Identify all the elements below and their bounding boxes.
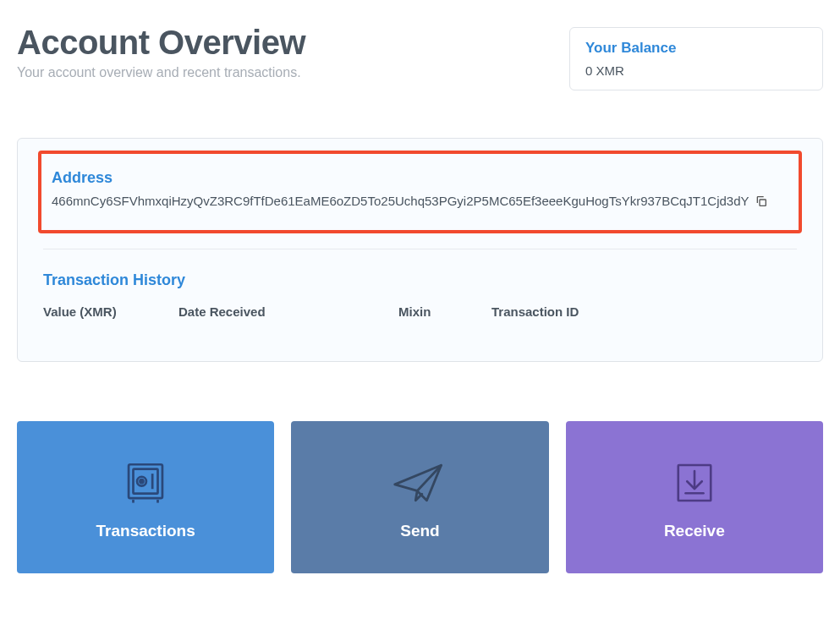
safe-icon [121, 454, 170, 512]
download-icon [671, 454, 718, 512]
col-value-header: Value (XMR) [43, 304, 178, 319]
address-label: Address [52, 169, 788, 187]
svg-point-4 [140, 479, 144, 483]
paper-plane-icon [392, 454, 447, 512]
header-row: Account Overview Your account overview a… [17, 0, 823, 90]
address-row: 466mnCy6SFVhmxqiHzyQvZ3RC9fTfDe61EaME6oZ… [52, 194, 788, 208]
send-tile-label: Send [400, 522, 439, 540]
balance-card: Your Balance 0 XMR [569, 27, 823, 90]
address-value: 466mnCy6SFVhmxqiHzyQvZ3RC9fTfDe61EaME6oZ… [52, 194, 749, 208]
col-txid-header: Transaction ID [491, 304, 797, 319]
transactions-tile[interactable]: Transactions [17, 421, 274, 573]
transactions-tile-label: Transactions [96, 522, 195, 540]
transactions-headers: Value (XMR) Date Received Mixin Transact… [43, 304, 797, 319]
page-title: Account Overview [17, 24, 305, 62]
send-tile[interactable]: Send [291, 421, 548, 573]
col-mixin-header: Mixin [398, 304, 491, 319]
transactions-label: Transaction History [43, 271, 797, 289]
balance-value: 0 XMR [585, 63, 807, 78]
receive-tile[interactable]: Receive [566, 421, 823, 573]
copy-icon[interactable] [755, 194, 768, 208]
title-block: Account Overview Your account overview a… [17, 24, 305, 80]
balance-label: Your Balance [585, 40, 807, 57]
action-tiles: Transactions Send Receive [17, 421, 823, 607]
overview-panel: Address 466mnCy6SFVhmxqiHzyQvZ3RC9fTfDe6… [17, 138, 823, 362]
page-subtitle: Your account overview and recent transac… [17, 65, 305, 80]
divider [43, 249, 797, 249]
col-date-header: Date Received [178, 304, 398, 319]
address-highlight: Address 466mnCy6SFVhmxqiHzyQvZ3RC9fTfDe6… [38, 151, 802, 233]
receive-tile-label: Receive [664, 522, 725, 540]
svg-rect-0 [760, 200, 766, 205]
